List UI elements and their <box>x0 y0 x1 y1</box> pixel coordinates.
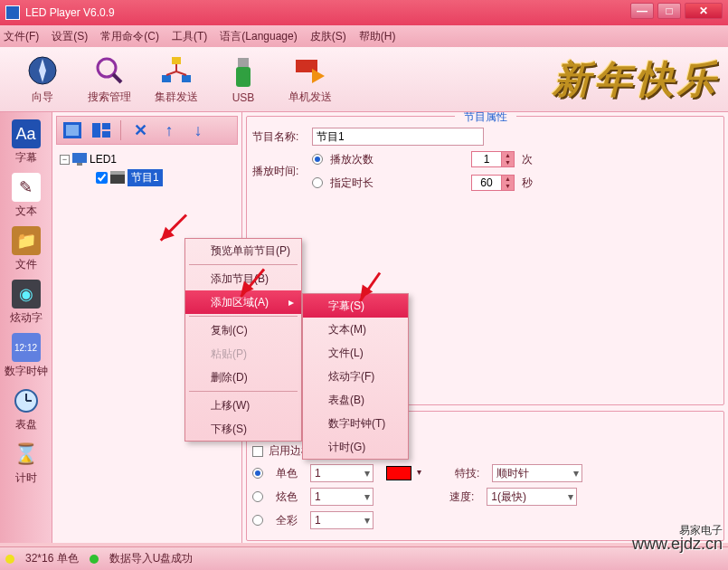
status-message: 数据导入U盘成功 <box>109 551 194 566</box>
name-input[interactable] <box>312 128 484 146</box>
tree-btn-up[interactable]: ↑ <box>159 120 179 140</box>
tree-btn-delete[interactable]: ✕ <box>130 120 150 140</box>
svg-rect-25 <box>110 171 125 175</box>
screen-icon <box>72 153 87 166</box>
ctx-delete[interactable]: 删除(D) <box>185 366 301 389</box>
tree-root[interactable]: − LED1 <box>60 150 234 168</box>
side-text[interactable]: ✎文本 <box>12 173 41 219</box>
expander-icon[interactable]: − <box>60 155 70 165</box>
svg-rect-23 <box>77 163 82 166</box>
tool-single-send[interactable]: 单机发送 <box>277 53 344 105</box>
tool-usb[interactable]: USB <box>210 55 277 104</box>
minimize-button[interactable]: — <box>630 3 654 19</box>
tree-selected-label: 节目1 <box>128 169 163 186</box>
radio-playcount[interactable] <box>312 154 323 165</box>
menu-file[interactable]: 文件(F) <box>4 29 39 44</box>
svg-rect-11 <box>236 67 251 87</box>
digital-clock-icon: 12:12 <box>12 333 41 362</box>
color-swatch[interactable] <box>386 466 411 480</box>
time-label: 播放时间: <box>252 164 307 179</box>
ctx-moveup[interactable]: 上移(W) <box>185 394 301 417</box>
status-dot-icon <box>5 555 14 564</box>
name-label: 节目名称: <box>252 129 307 145</box>
svg-rect-19 <box>92 123 100 138</box>
magnifier-icon <box>91 53 128 88</box>
window-title: LED Player V6.0.9 <box>25 6 115 19</box>
main-toolbar: 向导 搜索管理 集群发送 USB 单机发送 新年快乐 <box>0 47 728 112</box>
sub-file[interactable]: 文件(L) <box>303 341 408 365</box>
radio-full[interactable] <box>252 515 263 526</box>
program-tree[interactable]: − LED1 − 节目1 <box>56 145 238 192</box>
menu-settings[interactable]: 设置(S) <box>52 29 88 44</box>
send-icon <box>292 53 328 88</box>
pattern-select-3[interactable]: 1 <box>310 511 373 529</box>
svg-rect-5 <box>162 75 171 82</box>
status-resolution: 32*16 单色 <box>25 551 79 566</box>
status-bar: 32*16 单色 数据导入U盘成功 <box>0 546 728 570</box>
trick-select[interactable]: 顺时针 <box>492 464 582 482</box>
sub-dial[interactable]: 表盘(B) <box>303 388 408 412</box>
close-button[interactable]: ✕ <box>685 3 723 19</box>
radio-single[interactable] <box>252 468 263 479</box>
chk-border[interactable] <box>252 446 263 457</box>
tool-search[interactable]: 搜索管理 <box>76 53 143 105</box>
tree-toolbar: ✕ ↑ ↓ <box>56 116 238 145</box>
compass-icon <box>24 53 61 88</box>
side-digitalclock[interactable]: 12:12数字时钟 <box>5 333 48 379</box>
tree-child[interactable]: − 节目1 <box>83 168 234 186</box>
sub-text[interactable]: 文本(M) <box>303 318 408 341</box>
tool-wizard[interactable]: 向导 <box>9 53 76 105</box>
menu-tools[interactable]: 工具(T) <box>172 29 207 44</box>
app-icon <box>5 5 20 20</box>
status-dot-icon <box>90 555 99 564</box>
count-spinner[interactable]: ▲▼ <box>471 151 515 167</box>
side-animtext[interactable]: ◉炫动字 <box>10 280 43 326</box>
tree-checkbox[interactable] <box>96 172 108 184</box>
svg-rect-22 <box>72 153 87 163</box>
disc-icon: ◉ <box>12 280 41 309</box>
title-bar: LED Player V6.0.9 — □ ✕ <box>0 0 728 25</box>
svg-marker-13 <box>312 69 325 83</box>
radio-glow[interactable] <box>252 491 263 502</box>
tree-btn-layout[interactable] <box>91 120 111 140</box>
usb-icon <box>225 55 261 90</box>
svg-rect-20 <box>102 123 110 129</box>
menu-language[interactable]: 语言(Language) <box>220 29 297 44</box>
watermark: 易家电子 www.ejdz.cn <box>632 525 723 552</box>
duration-spinner[interactable]: ▲▼ <box>471 175 515 191</box>
menu-help[interactable]: 帮助(H) <box>359 29 396 44</box>
chevron-right-icon: ▸ <box>288 296 294 309</box>
aa-icon: Aa <box>12 119 41 148</box>
network-icon <box>158 53 194 88</box>
side-subtitle[interactable]: Aa字幕 <box>12 119 41 166</box>
maximize-button[interactable]: □ <box>657 3 681 19</box>
ctx-movedown[interactable]: 下移(S) <box>185 417 301 441</box>
side-dial[interactable]: 表盘 <box>12 386 41 432</box>
ctx-paste: 粘贴(P) <box>185 342 301 366</box>
radio-duration[interactable] <box>312 177 323 188</box>
pattern-select-2[interactable]: 1 <box>310 488 373 506</box>
context-submenu: 字幕(S) 文本(M) 文件(L) 炫动字(F) 表盘(B) 数字时钟(T) 计… <box>302 293 409 460</box>
folder-icon: 📁 <box>12 226 41 255</box>
pencil-icon: ✎ <box>12 173 41 202</box>
svg-rect-6 <box>182 75 191 82</box>
context-menu: 预览单前节目(P) 添加节目(B) 添加区域(A)▸ 复制(C) 粘贴(P) 删… <box>184 238 302 442</box>
sub-timer[interactable]: 计时(G) <box>303 435 408 459</box>
menu-skin[interactable]: 皮肤(S) <box>310 29 346 44</box>
clock-icon <box>12 386 41 415</box>
speed-select[interactable]: 1(最快) <box>487 488 577 506</box>
menu-bar: 文件(F) 设置(S) 常用命令(C) 工具(T) 语言(Language) 皮… <box>0 25 728 47</box>
side-file[interactable]: 📁文件 <box>12 226 41 272</box>
ctx-copy[interactable]: 复制(C) <box>185 318 301 342</box>
pattern-select-1[interactable]: 1 <box>310 464 373 482</box>
tool-cluster[interactable]: 集群发送 <box>143 53 210 105</box>
tree-btn-film[interactable] <box>62 120 82 140</box>
sub-digitalclock[interactable]: 数字时钟(T) <box>303 412 408 435</box>
menu-commands[interactable]: 常用命令(C) <box>100 29 159 44</box>
ctx-preview[interactable]: 预览单前节目(P) <box>185 239 301 262</box>
side-timer[interactable]: ⌛计时 <box>12 440 41 486</box>
svg-rect-21 <box>102 131 110 138</box>
left-sidebar: Aa字幕 ✎文本 📁文件 ◉炫动字 12:12数字时钟 表盘 ⌛计时 <box>0 112 52 543</box>
tree-btn-down[interactable]: ↓ <box>188 120 208 140</box>
sub-animtext[interactable]: 炫动字(F) <box>303 365 408 388</box>
